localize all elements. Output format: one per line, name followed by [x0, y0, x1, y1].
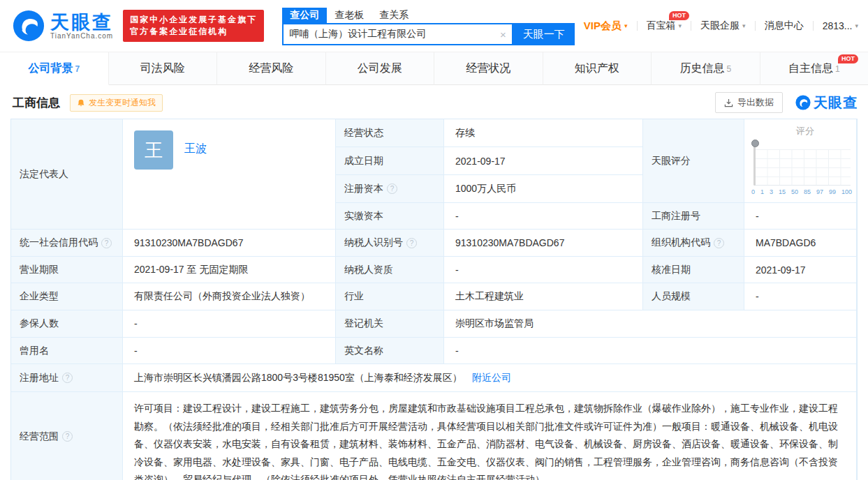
- legal-rep-name-link[interactable]: 王波: [184, 142, 207, 156]
- row-value: -: [123, 310, 336, 338]
- tab-count: 1: [835, 64, 840, 74]
- tab-operation-status[interactable]: 经营状况: [434, 52, 543, 85]
- row-label: 组织机构代码 ?: [643, 230, 744, 257]
- header: 天眼查 TianYanCha.com 国家中小企业发展子基金旗下 官方备案企业征…: [0, 0, 868, 52]
- user-account-menu[interactable]: 2813... ▾: [814, 20, 858, 31]
- export-data-button[interactable]: 导出数据: [715, 92, 783, 113]
- help-icon[interactable]: ?: [101, 238, 112, 248]
- vip-label: VIP会员: [584, 20, 621, 33]
- tab-label: 自主信息: [788, 61, 833, 76]
- help-icon[interactable]: ?: [62, 373, 73, 383]
- chevron-down-icon: ▾: [679, 22, 682, 29]
- score-label: 天眼评分: [643, 119, 744, 203]
- section-bar: 工商信息 发生变更时通知我 导出数据 天眼查: [0, 88, 868, 117]
- tab-label: 公司背景: [28, 61, 73, 76]
- business-info-table: 法定代表人 王 王波 经营状态 存续 成立日期 2021-09-17 注册资本 …: [10, 119, 858, 480]
- search-tab-relation[interactable]: 查关系: [372, 8, 416, 23]
- help-icon[interactable]: ?: [387, 183, 397, 194]
- row-label: 纳税人识别号 ?: [336, 230, 444, 257]
- vip-menu[interactable]: VIP会员 ▾: [575, 20, 637, 33]
- row-value: -: [444, 338, 857, 364]
- chevron-down-icon: ▾: [742, 22, 746, 29]
- score-axis-ticks: 0 1 3 15 50 85 97 99 100: [751, 188, 852, 195]
- tab-label: 知识产权: [575, 61, 619, 76]
- export-label: 导出数据: [737, 96, 774, 109]
- row-value: MA7BDAGD6: [744, 230, 857, 257]
- score-chart: 评分 0 1 3 15 50 85 97 99 100: [744, 119, 857, 203]
- nearby-companies-link[interactable]: 附近公司: [472, 372, 511, 384]
- row-label: 经营范围 ?: [11, 392, 123, 480]
- search-button[interactable]: 天眼一下: [513, 23, 575, 45]
- row-label: 参保人数: [11, 310, 123, 338]
- gov-certification-badge: 国家中小企业发展子基金旗下 官方备案企业征信机构: [123, 10, 264, 42]
- row-label: 经营状态: [336, 119, 444, 147]
- tab-history-info[interactable]: 历史信息 5: [652, 52, 760, 85]
- gov-badge-line1: 国家中小企业发展子基金旗下: [130, 14, 257, 26]
- message-center-label: 消息中心: [765, 20, 804, 32]
- search-input[interactable]: [284, 29, 494, 40]
- tianyancha-logo-icon: [795, 95, 811, 110]
- row-label: 注册资本 ?: [336, 175, 444, 203]
- tab-intellectual-property[interactable]: 知识产权: [543, 52, 652, 85]
- row-value: 2021-09-17 至 无固定期限: [123, 257, 336, 283]
- row-value: -: [123, 338, 336, 364]
- toolbox-menu[interactable]: HOT 百宝箱 ▾: [638, 20, 691, 32]
- watermark-brand: 天眼查: [814, 93, 858, 112]
- row-label: 注册地址 ?: [11, 364, 123, 392]
- row-label: 英文名称: [336, 338, 444, 364]
- search-tab-boss[interactable]: 查老板: [327, 8, 372, 23]
- row-value: 1000万人民币: [444, 175, 643, 203]
- row-label: 实缴资本: [336, 203, 444, 230]
- hot-badge: HOT: [669, 11, 689, 20]
- toolbox-label: 百宝箱: [647, 20, 676, 32]
- search-tab-company[interactable]: 查公司: [282, 8, 327, 23]
- help-icon[interactable]: ?: [62, 431, 73, 442]
- section-title: 工商信息: [13, 95, 60, 111]
- tab-label: 历史信息: [679, 61, 724, 76]
- chevron-down-icon: ▾: [624, 22, 628, 29]
- notify-on-change-button[interactable]: 发生变更时通知我: [70, 94, 163, 112]
- row-label: 纳税人资质: [336, 257, 444, 283]
- row-value: 91310230MA7BDAGD67: [444, 230, 643, 257]
- score-pin-icon: [753, 144, 756, 186]
- watermark-logo: 天眼查: [795, 93, 858, 112]
- enterprise-service-menu[interactable]: 天眼企服 ▾: [691, 20, 755, 32]
- avatar[interactable]: 王: [134, 130, 173, 170]
- row-label: 工商注册号: [643, 203, 744, 230]
- bell-icon: [77, 98, 85, 107]
- tab-self-info[interactable]: HOT 自主信息 1: [760, 52, 868, 85]
- row-value: 91310230MA7BDAGD67: [123, 230, 336, 257]
- registered-address-cell: 上海市崇明区长兴镇潘园公路1800号3号楼81950室（上海泰和经济发展区） 附…: [123, 364, 857, 392]
- legal-rep-label: 法定代表人: [11, 119, 123, 230]
- tab-label: 经营状况: [466, 61, 510, 76]
- clear-search-icon[interactable]: ×: [494, 29, 512, 40]
- row-label: 成立日期: [336, 147, 444, 175]
- row-label: 登记机关: [336, 310, 444, 338]
- row-label: 曾用名: [11, 338, 123, 364]
- tianyancha-logo[interactable]: 天眼查 TianYanCha.com: [13, 10, 113, 42]
- tab-label: 经营风险: [249, 61, 293, 76]
- tab-operation-risk[interactable]: 经营风险: [217, 52, 326, 85]
- help-icon[interactable]: ?: [406, 238, 417, 248]
- row-label: 营业期限: [11, 257, 123, 283]
- tab-count: 5: [726, 64, 731, 74]
- notify-label: 发生变更时通知我: [89, 97, 156, 109]
- row-label: 企业类型: [11, 283, 123, 310]
- row-value: -: [444, 257, 643, 283]
- tianyancha-logo-icon: [13, 10, 45, 42]
- tab-company-development[interactable]: 公司发展: [326, 52, 435, 85]
- score-chart-title: 评分: [758, 125, 852, 137]
- message-center-link[interactable]: 消息中心: [756, 20, 813, 32]
- brand-name: 天眼查: [50, 13, 113, 32]
- row-value: 有限责任公司（外商投资企业法人独资）: [123, 283, 336, 310]
- tab-company-background[interactable]: 公司背景 7: [0, 52, 109, 85]
- tab-label: 司法风险: [140, 61, 185, 76]
- tab-judicial-risk[interactable]: 司法风险: [109, 52, 218, 85]
- row-value: -: [744, 283, 857, 310]
- tab-count: 7: [75, 64, 80, 74]
- row-value: 存续: [444, 119, 643, 147]
- row-value: 土木工程建筑业: [444, 283, 643, 310]
- legal-rep-cell: 王 王波: [123, 119, 336, 230]
- top-nav: VIP会员 ▾ HOT 百宝箱 ▾ 天眼企服 ▾ 消息中心 2813... ▾: [575, 20, 858, 33]
- help-icon[interactable]: ?: [714, 238, 724, 248]
